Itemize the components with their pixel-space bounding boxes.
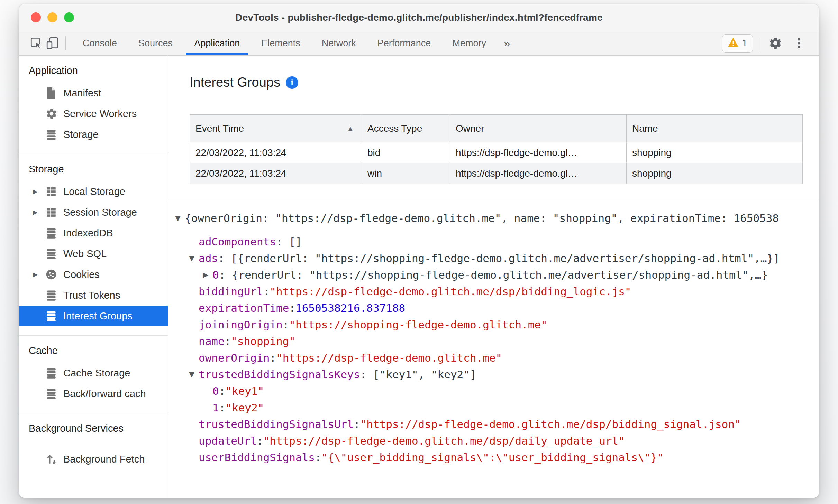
tree-line[interactable]: trustedBiddingSignalsUrl: "https://dsp-f…	[168, 416, 819, 432]
database-icon	[45, 367, 61, 379]
sidebar-item-back-forward-cach[interactable]: Back/forward cach	[19, 383, 168, 404]
tree-line[interactable]: 1: "key2"	[168, 399, 819, 416]
sidebar-item-interest-groups[interactable]: Interest Groups	[19, 306, 168, 326]
more-options-icon[interactable]	[791, 35, 807, 52]
tree-line[interactable]: updateUrl: "https://dsp-fledge-demo.glit…	[168, 432, 819, 449]
manifest-file-icon	[45, 87, 61, 99]
tree-line[interactable]: joiningOrigin: "https://shopping-fledge-…	[168, 316, 819, 333]
tree-segment: :	[283, 316, 289, 333]
tab-console[interactable]: Console	[72, 31, 128, 55]
tab-memory[interactable]: Memory	[441, 31, 497, 55]
sidebar-item-cache-storage[interactable]: Cache Storage	[19, 363, 168, 383]
sidebar-item-service-workers[interactable]: Service Workers	[19, 103, 168, 124]
sidebar-section-background-services: Background ServicesBackground Fetch	[19, 413, 168, 478]
cell-owner: https://dsp-fledge-demo.gl…	[450, 142, 627, 163]
triangle-down-icon[interactable]: ▼	[175, 210, 185, 226]
inspect-icon[interactable]	[28, 35, 45, 52]
tab-performance[interactable]: Performance	[367, 31, 442, 55]
sidebar-item-manifest[interactable]: Manifest	[19, 83, 168, 103]
database-icon	[45, 289, 61, 301]
section-items: ▶Local Storage▶Session StorageIndexedDBW…	[19, 181, 168, 326]
column-header-owner[interactable]: Owner	[450, 115, 627, 142]
column-header-label: Name	[632, 123, 658, 134]
tree-segment: :	[289, 300, 295, 316]
sidebar-item-label: Service Workers	[63, 108, 137, 120]
toolbar-divider	[65, 36, 66, 50]
tree-line[interactable]: adComponents: []	[168, 233, 819, 250]
tree-segment: 0	[212, 267, 219, 283]
details-tree: ▼{ownerOrigin: "https://dsp-fledge-demo.…	[168, 210, 819, 498]
chevron-right-icon[interactable]: ▶	[33, 208, 45, 216]
settings-gear-icon[interactable]	[767, 35, 784, 52]
tab-elements[interactable]: Elements	[251, 31, 311, 55]
tree-segment: "https://shopping-fledge-demo.glitch.me"	[289, 316, 547, 333]
devtools-window: DevTools - publisher-fledge-demo.glitch.…	[19, 4, 819, 498]
tree-segment: : ["key1", "key2"]	[360, 366, 476, 383]
tree-segment: : {renderUrl: "https://shopping-fledge-d…	[219, 267, 768, 283]
cell-event-time: 22/03/2022, 11:03:24	[190, 142, 362, 163]
interest-groups-panel: Interest Groups i Event Time▲Access Type…	[168, 56, 819, 498]
tree-segment: :	[225, 333, 231, 349]
triangle-right-icon[interactable]: ▶	[203, 267, 212, 283]
triangle-down-icon[interactable]: ▼	[189, 366, 199, 383]
warning-icon	[728, 37, 739, 50]
chevron-right-icon[interactable]: ▶	[33, 188, 45, 195]
section-header: Background Services	[19, 420, 168, 436]
table-row[interactable]: 22/03/2022, 11:03:24bidhttps://dsp-fledg…	[190, 142, 802, 163]
toolbar-right: 1	[722, 34, 819, 53]
tree-segment: "key2"	[225, 399, 264, 416]
device-toolbar-icon[interactable]	[45, 35, 61, 52]
tree-segment: : [{renderUrl: "https://shopping-fledge-…	[218, 250, 780, 267]
tree-segment: "shopping"	[231, 333, 295, 349]
section-items: Background Fetch	[19, 449, 168, 469]
sidebar-section-storage: Storage▶Local Storage▶Session StorageInd…	[19, 154, 168, 335]
devtools-toolbar: ConsoleSourcesApplicationElementsNetwork…	[19, 31, 819, 56]
tree-line[interactable]: ownerOrigin: "https://dsp-fledge-demo.gl…	[168, 349, 819, 366]
column-header-event-time[interactable]: Event Time▲	[190, 115, 362, 142]
tree-line[interactable]: ▶0: {renderUrl: "https://shopping-fledge…	[168, 267, 819, 283]
sidebar-item-label: Manifest	[63, 87, 101, 99]
database-icon	[45, 248, 61, 260]
tab-sources[interactable]: Sources	[128, 31, 183, 55]
tree-line[interactable]: expirationTime: 1650538216.837188	[168, 300, 819, 316]
tab-application[interactable]: Application	[183, 31, 251, 55]
panel-header: Interest Groups i	[190, 75, 298, 90]
sidebar-item-session-storage[interactable]: ▶Session Storage	[19, 202, 168, 223]
sidebar-item-label: Cookies	[63, 269, 100, 280]
column-header-access-type[interactable]: Access Type	[362, 115, 450, 142]
sidebar-item-storage[interactable]: Storage	[19, 124, 168, 145]
triangle-down-icon[interactable]: ▼	[189, 250, 199, 267]
issues-badge[interactable]: 1	[722, 34, 753, 53]
tree-segment: "https://dsp-fledge-demo.glitch.me/dsp/b…	[270, 283, 631, 300]
tree-line[interactable]: name: "shopping"	[168, 333, 819, 349]
sidebar-item-web-sql[interactable]: Web SQL	[19, 243, 168, 264]
tree-segment: adComponents	[199, 233, 276, 250]
section-header: Storage	[19, 161, 168, 177]
column-header-name[interactable]: Name	[627, 115, 802, 142]
tree-line[interactable]: ▼ads: [{renderUrl: "https://shopping-fle…	[168, 250, 819, 267]
sidebar-item-local-storage[interactable]: ▶Local Storage	[19, 181, 168, 202]
more-tabs-chevron[interactable]: »	[497, 37, 517, 50]
interest-group-events-table: Event Time▲Access TypeOwnerName 22/03/20…	[190, 114, 803, 184]
tree-line[interactable]: ▼{ownerOrigin: "https://dsp-fledge-demo.…	[168, 210, 819, 226]
background-fetch-icon	[45, 453, 61, 465]
sidebar-item-trust-tokens[interactable]: Trust Tokens	[19, 285, 168, 306]
info-icon[interactable]: i	[286, 76, 298, 89]
tree-line[interactable]: userBiddingSignals: "{\"user_bidding_sig…	[168, 449, 819, 466]
sidebar-item-indexeddb[interactable]: IndexedDB	[19, 223, 168, 243]
tree-line[interactable]: 0: "key1"	[168, 383, 819, 399]
sidebar-item-label: Storage	[63, 129, 99, 140]
table-row[interactable]: 22/03/2022, 11:03:24winhttps://dsp-fledg…	[190, 163, 802, 184]
tab-network[interactable]: Network	[311, 31, 367, 55]
tree-line[interactable]: biddingUrl: "https://dsp-fledge-demo.gli…	[168, 283, 819, 300]
chevron-right-icon[interactable]: ▶	[33, 271, 45, 278]
service-worker-gear-icon	[45, 108, 61, 120]
column-header-label: Owner	[456, 123, 484, 134]
tree-segment: userBiddingSignals	[199, 449, 315, 466]
toolbar-divider	[760, 36, 760, 50]
tree-line[interactable]: ▼trustedBiddingSignalsKeys: ["key1", "ke…	[168, 366, 819, 383]
tree-segment: "{\"user_bidding_signals\":\"user_biddin…	[321, 449, 664, 466]
sidebar-item-background-fetch[interactable]: Background Fetch	[19, 449, 168, 469]
section-items: Cache StorageBack/forward cach	[19, 363, 168, 404]
sidebar-item-cookies[interactable]: ▶Cookies	[19, 264, 168, 285]
